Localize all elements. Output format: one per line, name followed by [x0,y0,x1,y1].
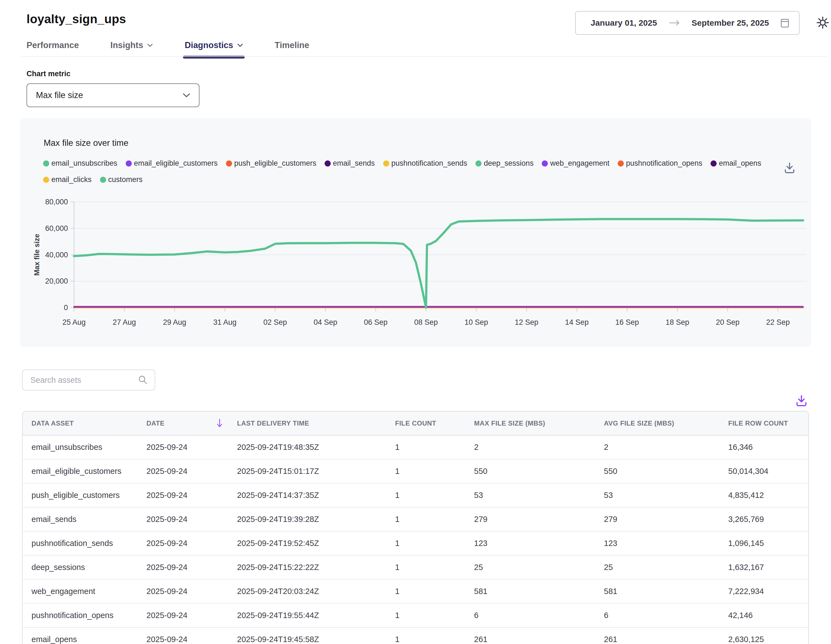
table-cell: 279 [465,507,595,531]
legend-label: push_eligible_customers [234,159,316,168]
tab-diagnostics[interactable]: Diagnostics [185,40,243,58]
legend-item-deep_sessions[interactable]: deep_sessions [476,159,533,168]
chart-legend: email_unsubscribesemail_eligible_custome… [43,159,772,184]
chart-metric-select[interactable]: Max file size [27,83,199,107]
tab-label: Performance [27,40,79,50]
table-cell: 123 [595,531,720,555]
legend-label: pushnotification_opens [626,159,702,168]
table-cell: pushnotification_sends [23,531,138,555]
table-cell: 1,632,167 [720,555,809,579]
legend-item-pushnotification_opens[interactable]: pushnotification_opens [618,159,702,168]
date-range-start[interactable]: January 01, 2025 [591,18,657,28]
legend-dot [325,161,331,167]
table-cell: 2025-09-24 [138,555,228,579]
table-cell: 2025-09-24T19:48:35Z [228,435,386,459]
sort-desc-icon[interactable] [217,418,223,428]
column-header-file-count[interactable]: FILE COUNT [386,412,465,435]
table-cell: 261 [465,627,595,644]
svg-text:20,000: 20,000 [45,277,68,285]
column-header-file-row-count[interactable]: FILE ROW COUNT [720,412,809,435]
legend-item-email_sends[interactable]: email_sends [325,159,375,168]
date-range-picker[interactable]: January 01, 2025 September 25, 2025 [575,11,799,35]
table-cell: 123 [465,531,595,555]
legend-dot [43,161,49,167]
table-cell: 1 [386,627,465,644]
table-cell: 1 [386,603,465,627]
column-header-avg-file-size-mbs-[interactable]: AVG FILE SIZE (MBS) [595,412,720,435]
table-row[interactable]: pushnotification_opens2025-09-242025-09-… [23,603,809,627]
legend-item-pushnotification_sends[interactable]: pushnotification_sends [383,159,467,168]
legend-label: email_opens [719,159,761,168]
legend-item-email_clicks[interactable]: email_clicks [43,175,92,184]
column-header-max-file-size-mbs-[interactable]: MAX FILE SIZE (MBS) [465,412,595,435]
column-header-label: DATE [146,420,165,427]
legend-dot [476,161,482,167]
svg-text:0: 0 [64,304,68,312]
table-cell: 1 [386,483,465,507]
page-title: loyalty_sign_ups [27,12,126,26]
table-cell: 2025-09-24T15:01:17Z [228,459,386,483]
chart-title: Max file size over time [44,138,129,148]
legend-dot [383,161,389,167]
column-header-label: FILE COUNT [395,420,436,427]
legend-label: web_engagement [550,159,610,168]
tab-insights[interactable]: Insights [110,40,153,58]
column-header-label: FILE ROW COUNT [728,420,788,427]
svg-text:25 Aug: 25 Aug [62,318,86,326]
column-header-date[interactable]: DATE [138,412,228,435]
table-row[interactable]: email_eligible_customers2025-09-242025-0… [23,459,809,483]
tab-performance[interactable]: Performance [27,40,79,58]
table-cell: web_engagement [23,579,138,603]
chevron-down-icon [182,93,191,98]
table-cell: 2025-09-24T15:22:22Z [228,555,386,579]
table-row[interactable]: email_unsubscribes2025-09-242025-09-24T1… [23,435,809,459]
table-cell: pushnotification_opens [23,603,138,627]
table-cell: deep_sessions [23,555,138,579]
table-row[interactable]: web_engagement2025-09-242025-09-24T20:03… [23,579,809,603]
date-range-end[interactable]: September 25, 2025 [691,18,769,28]
column-header-last-delivery-time[interactable]: LAST DELIVERY TIME [228,412,386,435]
legend-item-push_eligible_customers[interactable]: push_eligible_customers [226,159,316,168]
table-cell: 2 [465,435,595,459]
search-assets-box [22,369,155,391]
calendar-icon [780,17,790,28]
svg-text:80,000: 80,000 [45,198,68,206]
table-cell: 50,014,304 [720,459,809,483]
svg-text:16 Sep: 16 Sep [615,318,639,326]
legend-dot [126,161,132,167]
table-cell: 2 [595,435,720,459]
legend-dot [226,161,232,167]
table-cell: 2025-09-24 [138,579,228,603]
table-cell: 1 [386,435,465,459]
legend-dot [542,161,548,167]
table-cell: 2025-09-24T20:03:24Z [228,579,386,603]
legend-item-email_eligible_customers[interactable]: email_eligible_customers [126,159,218,168]
search-icon [138,375,148,385]
settings-gear-icon[interactable] [815,16,830,30]
table-cell: 42,146 [720,603,809,627]
table-cell: 261 [595,627,720,644]
svg-text:06 Sep: 06 Sep [364,318,388,326]
legend-dot [100,177,106,183]
search-input[interactable] [30,375,138,385]
chart-download-icon[interactable] [783,162,796,174]
table-cell: 3,265,769 [720,507,809,531]
svg-text:12 Sep: 12 Sep [515,318,538,326]
legend-item-email_unsubscribes[interactable]: email_unsubscribes [43,159,118,168]
table-row[interactable]: push_eligible_customers2025-09-242025-09… [23,483,809,507]
table-cell: 581 [595,579,720,603]
table-row[interactable]: pushnotification_sends2025-09-242025-09-… [23,531,809,555]
table-download-icon[interactable] [795,394,808,407]
legend-item-web_engagement[interactable]: web_engagement [542,159,610,168]
legend-item-customers[interactable]: customers [100,175,143,184]
legend-dot [43,177,49,183]
table-row[interactable]: email_opens2025-09-242025-09-24T19:45:58… [23,627,809,644]
table-cell: 1,096,145 [720,531,809,555]
legend-label: email_sends [333,159,375,168]
table-row[interactable]: email_sends2025-09-242025-09-24T19:39:28… [23,507,809,531]
table-cell: 25 [465,555,595,579]
table-row[interactable]: deep_sessions2025-09-242025-09-24T15:22:… [23,555,809,579]
tab-timeline[interactable]: Timeline [275,40,309,58]
column-header-data-asset[interactable]: DATA ASSET [23,412,138,435]
legend-item-email_opens[interactable]: email_opens [710,159,761,168]
